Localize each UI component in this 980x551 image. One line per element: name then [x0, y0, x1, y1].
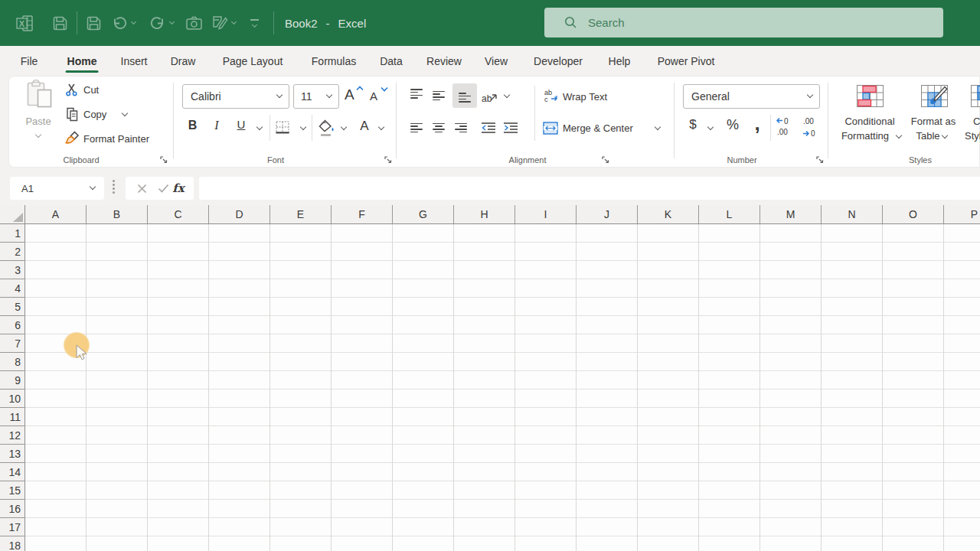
column-header-L[interactable]: L	[699, 205, 760, 224]
comma-style-button[interactable]: ,	[752, 112, 763, 133]
middle-align-button[interactable]	[433, 89, 445, 103]
grow-font-button[interactable]: A	[343, 83, 364, 109]
row-header-14[interactable]: 14	[0, 463, 25, 481]
format-as-table-icon[interactable]	[921, 85, 948, 110]
ribbon-tab-formulas[interactable]: Formulas	[312, 46, 356, 76]
conditional-formatting-icon[interactable]	[857, 85, 884, 110]
wrap-text-icon[interactable]: ab c	[544, 89, 559, 106]
merge-center-icon[interactable]	[543, 122, 558, 138]
row-header-1[interactable]: 1	[0, 224, 25, 243]
copy-label[interactable]: Copy	[83, 109, 106, 120]
font-size-combobox[interactable]: 11	[293, 84, 339, 109]
conditional-formatting-label-1[interactable]: Conditional	[844, 116, 894, 127]
row-header-10[interactable]: 10	[0, 390, 25, 408]
wrap-text-label[interactable]: Wrap Text	[563, 91, 607, 103]
redo-dropdown[interactable]	[170, 0, 174, 46]
orientation-dropdown[interactable]	[502, 91, 511, 100]
underline-button[interactable]: U	[235, 118, 247, 136]
format-painter-icon[interactable]	[64, 131, 81, 149]
cells-area[interactable]	[25, 224, 980, 551]
redo-button[interactable]	[149, 0, 166, 46]
row-header-12[interactable]: 12	[0, 426, 25, 445]
row-header-18[interactable]: 18	[0, 536, 25, 551]
borders-dropdown[interactable]	[299, 123, 308, 132]
ribbon-tab-power-pivot[interactable]: Power Pivot	[658, 46, 715, 76]
ribbon-tab-insert[interactable]: Insert	[120, 46, 147, 76]
merge-center-dropdown[interactable]	[653, 123, 662, 132]
formula-bar-resize-handle[interactable]	[113, 180, 116, 195]
draw-pen-button[interactable]	[211, 0, 228, 46]
paste-dropdown[interactable]	[34, 131, 43, 140]
select-all-button[interactable]	[0, 205, 25, 224]
row-header-17[interactable]: 17	[0, 518, 25, 536]
column-header-H[interactable]: H	[454, 205, 515, 224]
row-header-5[interactable]: 5	[0, 298, 25, 316]
copy-icon[interactable]	[65, 107, 80, 125]
cut-label[interactable]: Cut	[83, 84, 99, 96]
name-box[interactable]: A1	[10, 177, 104, 200]
column-header-E[interactable]: E	[270, 205, 332, 224]
row-header-3[interactable]: 3	[0, 261, 25, 279]
cancel-icon[interactable]	[132, 177, 152, 200]
column-header-G[interactable]: G	[393, 205, 454, 224]
column-header-D[interactable]: D	[209, 205, 270, 224]
row-header-7[interactable]: 7	[0, 334, 25, 353]
decrease-indent-button[interactable]	[481, 122, 496, 137]
column-header-M[interactable]: M	[760, 205, 822, 224]
ribbon-tab-page-layout[interactable]: Page Layout	[223, 46, 283, 76]
row-header-16[interactable]: 16	[0, 500, 25, 518]
row-header-8[interactable]: 8	[0, 353, 25, 371]
number-dialog-launcher[interactable]	[816, 156, 824, 164]
fill-color-dropdown[interactable]	[339, 123, 348, 132]
conditional-formatting-dropdown[interactable]	[894, 132, 903, 141]
alignment-dialog-launcher[interactable]	[602, 156, 609, 164]
top-align-button[interactable]	[410, 89, 423, 103]
column-header-F[interactable]: F	[332, 205, 393, 224]
ribbon-tab-view[interactable]: View	[485, 46, 508, 76]
accounting-dropdown[interactable]	[706, 123, 715, 132]
font-name-combobox[interactable]: Calibri	[182, 84, 289, 109]
row-header-9[interactable]: 9	[0, 371, 25, 390]
column-header-C[interactable]: C	[148, 205, 209, 224]
increase-indent-button[interactable]	[503, 122, 518, 137]
underline-dropdown[interactable]	[255, 123, 264, 132]
row-header-15[interactable]: 15	[0, 481, 25, 500]
ribbon-tab-help[interactable]: Help	[609, 46, 631, 76]
cell-styles-label-1[interactable]: Cell	[973, 116, 980, 127]
column-header-B[interactable]: B	[87, 205, 148, 224]
column-header-O[interactable]: O	[883, 205, 944, 224]
copy-dropdown[interactable]	[120, 109, 129, 119]
row-header-6[interactable]: 6	[0, 316, 25, 334]
ribbon-tab-home[interactable]: Home	[67, 46, 97, 76]
font-color-button[interactable]: A	[358, 119, 371, 137]
orientation-button[interactable]: ab	[480, 86, 498, 105]
ribbon-tab-review[interactable]: Review	[426, 46, 462, 76]
paste-button[interactable]	[23, 80, 57, 113]
row-header-13[interactable]: 13	[0, 445, 25, 463]
number-format-combobox[interactable]: General	[683, 84, 820, 109]
search-box[interactable]: Search	[544, 8, 943, 37]
row-header-2[interactable]: 2	[0, 243, 25, 261]
cell-styles-icon[interactable]	[971, 85, 980, 110]
format-as-table-label-2[interactable]: Table	[916, 130, 939, 142]
formula-input[interactable]	[199, 177, 980, 200]
format-painter-label[interactable]: Format Painter	[83, 133, 149, 145]
format-as-table-label-1[interactable]: Format as	[911, 116, 956, 127]
row-header-4[interactable]: 4	[0, 279, 25, 298]
column-header-K[interactable]: K	[638, 205, 699, 224]
bottom-align-button[interactable]	[452, 83, 477, 108]
ribbon-tab-draw[interactable]: Draw	[171, 46, 196, 76]
center-button[interactable]	[433, 121, 445, 135]
fill-color-button[interactable]	[317, 119, 336, 140]
accounting-format-button[interactable]: $	[688, 117, 698, 139]
column-header-J[interactable]: J	[577, 205, 638, 224]
row-header-11[interactable]: 11	[0, 408, 25, 426]
ribbon-tab-data[interactable]: Data	[380, 46, 403, 76]
font-color-dropdown[interactable]	[377, 123, 386, 132]
percent-style-button[interactable]: %	[724, 117, 741, 139]
column-header-I[interactable]: I	[515, 205, 577, 224]
customize-qat-button[interactable]	[250, 0, 259, 46]
ribbon-tab-file[interactable]: File	[21, 46, 38, 76]
column-header-A[interactable]: A	[25, 205, 87, 224]
italic-button[interactable]: I	[211, 119, 222, 137]
